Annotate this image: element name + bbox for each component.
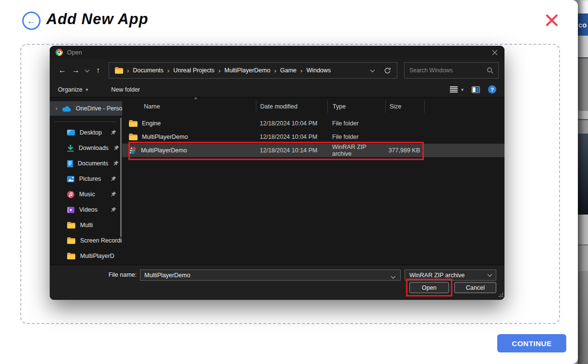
sidebar-item-multiplayerdemo[interactable]: MultiPlayerD xyxy=(50,248,122,264)
breadcrumb-unreal-projects[interactable]: Unreal Projects xyxy=(173,67,214,74)
folder-icon xyxy=(129,134,138,140)
views-caret-icon: ▾ xyxy=(461,87,463,92)
dialog-navbar: ← → ↑ › Documents › Unreal Projects › Mu… xyxy=(50,59,504,82)
breadcrumb-game[interactable]: Game xyxy=(280,67,296,74)
breadcrumb-multiplayerdemo[interactable]: MultiPlayerDemo xyxy=(224,67,270,74)
sidebar: › OneDrive - Perso Desktop Downloads xyxy=(50,97,122,265)
address-bar[interactable]: › Documents › Unreal Projects › MultiPla… xyxy=(109,62,397,79)
file-row-engine[interactable]: Engine 12/18/2024 10:04 PM File folder xyxy=(122,117,504,130)
pin-icon xyxy=(111,176,116,182)
pictures-icon xyxy=(67,176,74,182)
dialog-title: Open xyxy=(67,49,82,56)
onedrive-cloud-icon xyxy=(62,106,71,112)
add-new-app-modal: ← Add New App Open ← → ↑ › Documents xyxy=(0,0,578,364)
nav-up-icon[interactable]: ↑ xyxy=(91,64,105,77)
resize-grip[interactable] xyxy=(499,292,503,298)
sort-ascending-icon: ^ xyxy=(195,97,197,102)
chevron-down-icon xyxy=(488,272,492,277)
sidebar-item-music[interactable]: Music xyxy=(50,187,122,202)
nav-history-chevron-icon[interactable] xyxy=(83,64,91,77)
sidebar-item-pictures[interactable]: Pictures xyxy=(50,171,122,187)
search-input[interactable] xyxy=(409,67,487,74)
desktop-icon xyxy=(67,130,75,135)
folder-icon xyxy=(67,237,75,244)
dialog-toolbar: Organize ▾ New folder ▾ ? xyxy=(50,82,504,97)
pin-icon xyxy=(113,161,119,166)
sidebar-item-screen-recordings[interactable]: Screen Recordin xyxy=(50,233,122,248)
background-page-strip: co xyxy=(578,0,588,364)
file-type-select[interactable]: WinRAR ZIP archive xyxy=(405,270,496,281)
nav-back-icon[interactable]: ← xyxy=(56,64,69,77)
dialog-footer: File name: WinRAR ZIP archive Open Cance… xyxy=(50,265,504,300)
file-name-dropdown-chevron-icon[interactable] xyxy=(392,273,395,280)
open-file-dialog: Open ← → ↑ › Documents › Unreal Projects… xyxy=(50,46,504,300)
file-row-multiplayerdemo-zip[interactable]: MultiPlayerDemo 12/18/2024 10:14 PM WinR… xyxy=(122,144,504,157)
folder-icon xyxy=(129,120,138,127)
cancel-button[interactable]: Cancel xyxy=(454,282,496,293)
folder-icon xyxy=(67,253,75,259)
column-header-name[interactable]: Name xyxy=(122,100,256,113)
sidebar-item-documents[interactable]: Documents xyxy=(50,156,122,171)
column-header-date-modified[interactable]: Date modified xyxy=(256,100,327,113)
new-folder-button[interactable]: New folder xyxy=(111,86,140,93)
close-icon[interactable] xyxy=(545,13,560,28)
preview-pane-icon[interactable] xyxy=(472,86,480,93)
page-title: Add New App xyxy=(46,11,148,28)
nav-forward-icon[interactable]: → xyxy=(69,64,83,77)
file-row-multiplayerdemo-folder[interactable]: MultiPlayerDemo 12/18/2024 10:04 PM File… xyxy=(122,130,504,144)
sidebar-item-multi[interactable]: Multi xyxy=(50,217,122,233)
dialog-close-icon[interactable] xyxy=(491,49,499,56)
file-name-label: File name: xyxy=(50,271,137,278)
sidebar-item-onedrive[interactable]: › OneDrive - Perso xyxy=(50,101,122,116)
sidebar-divider xyxy=(55,121,116,122)
pin-icon xyxy=(111,191,116,197)
documents-icon xyxy=(67,160,73,167)
back-button[interactable]: ← xyxy=(22,12,41,30)
column-headers: ^ Name Date modified Type Size xyxy=(122,100,504,113)
search-box xyxy=(404,62,499,79)
refresh-icon[interactable] xyxy=(384,67,391,74)
file-list: ^ Name Date modified Type Size Engine 12… xyxy=(122,97,504,265)
videos-icon xyxy=(67,207,74,213)
address-dropdown-chevron-icon[interactable] xyxy=(371,67,374,74)
sidebar-scrollbar[interactable] xyxy=(120,118,122,237)
pin-icon xyxy=(111,130,116,135)
details-view-icon xyxy=(450,86,458,93)
organize-button[interactable]: Organize ▾ xyxy=(58,86,88,93)
folder-icon xyxy=(115,67,123,74)
search-icon xyxy=(487,67,493,74)
breadcrumb-windows[interactable]: Windows xyxy=(307,67,331,74)
sidebar-item-desktop[interactable]: Desktop xyxy=(50,125,122,140)
pin-icon xyxy=(113,145,119,151)
chrome-icon xyxy=(56,49,63,56)
views-button[interactable]: ▾ xyxy=(450,86,463,93)
sidebar-item-videos[interactable]: Videos xyxy=(50,202,122,217)
organize-caret-icon: ▾ xyxy=(86,87,88,92)
music-icon xyxy=(67,191,74,198)
continue-button[interactable]: CONTINUE xyxy=(497,334,566,352)
dialog-main: › OneDrive - Perso Desktop Downloads xyxy=(50,97,504,265)
folder-icon xyxy=(67,222,75,229)
pin-icon xyxy=(111,207,116,213)
dialog-titlebar[interactable]: Open xyxy=(50,46,504,59)
open-button[interactable]: Open xyxy=(409,282,449,293)
winrar-archive-icon xyxy=(129,147,137,154)
sidebar-item-downloads[interactable]: Downloads xyxy=(50,140,122,156)
file-name-input[interactable] xyxy=(140,270,401,281)
expander-chevron-icon: › xyxy=(56,105,57,112)
downloads-icon xyxy=(67,145,74,152)
column-header-size[interactable]: Size xyxy=(385,100,425,113)
help-icon[interactable]: ? xyxy=(488,85,496,94)
back-arrow-icon: ← xyxy=(27,15,36,27)
breadcrumb-documents[interactable]: Documents xyxy=(133,67,163,74)
column-header-type[interactable]: Type xyxy=(327,100,385,113)
